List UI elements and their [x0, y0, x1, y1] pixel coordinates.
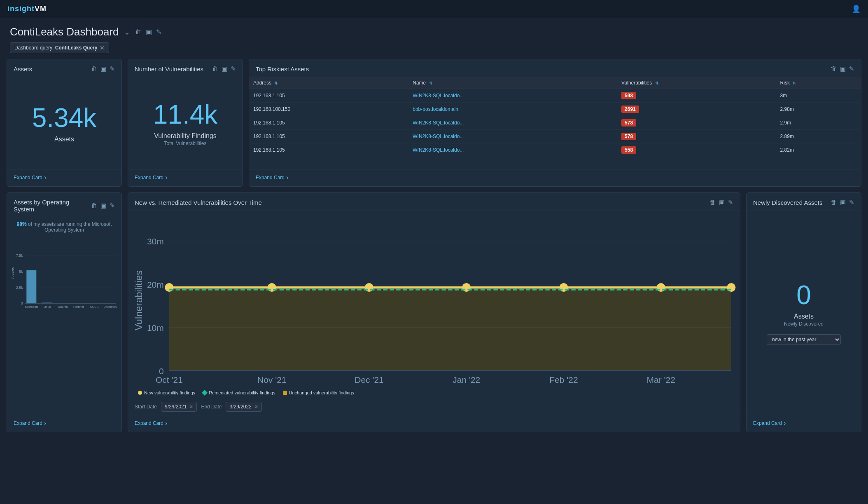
- col-name[interactable]: Name ⇅: [408, 77, 617, 89]
- svg-text:0: 0: [21, 301, 23, 305]
- user-icon[interactable]: 👤: [852, 5, 861, 14]
- start-date-input[interactable]: 9/29/2021 ✕: [161, 402, 197, 412]
- end-date-clear-icon[interactable]: ✕: [254, 404, 258, 410]
- svg-point-29: [365, 283, 373, 292]
- vulns-card-body: 11.4k Vulnerability Findings Total Vulne…: [128, 77, 243, 169]
- row-risk: 3m: [776, 89, 861, 103]
- col-risk[interactable]: Risk ⇅: [776, 77, 861, 89]
- row-name[interactable]: WIN2K8-SQL.localdo...: [408, 89, 617, 103]
- start-date-clear-icon[interactable]: ✕: [189, 404, 193, 410]
- nvr-card: New vs. Remediated Vulnerabilities Over …: [128, 192, 740, 432]
- row-name[interactable]: WIN2K8-SQL.localdo...: [408, 130, 617, 143]
- svg-text:0: 0: [159, 366, 164, 376]
- row-risk: 2.82m: [776, 143, 861, 157]
- page-header: ContiLeaks Dashboard ⌄ 🗑 ▣ ✎: [0, 18, 868, 42]
- newly-discovered-icons: 🗑 ▣ ✎: [831, 199, 854, 206]
- svg-text:Feb '22: Feb '22: [549, 375, 578, 384]
- assets-card-title: Assets: [14, 66, 91, 73]
- svg-text:Vulnerabilities: Vulnerabilities: [133, 270, 144, 331]
- nvr-copy-icon[interactable]: ▣: [719, 199, 725, 206]
- nvr-title: New vs. Remediated Vulnerabilities Over …: [135, 199, 709, 206]
- top-riskiest-copy-icon[interactable]: ▣: [840, 65, 846, 73]
- legend-unchanged: Unchanged vulnerability findings: [283, 390, 354, 395]
- vulns-card-footer: Expand Card: [128, 169, 243, 186]
- row-vulns: 598: [617, 89, 776, 103]
- assets-expand-link[interactable]: Expand Card: [14, 174, 46, 181]
- edit-dashboard-icon[interactable]: ✎: [156, 28, 161, 36]
- assets-by-os-icons: 🗑 ▣ ✎: [91, 202, 115, 209]
- nvr-edit-icon[interactable]: ✎: [728, 199, 733, 206]
- top-riskiest-edit-icon[interactable]: ✎: [849, 65, 854, 73]
- page-title: ContiLeaks Dashboard: [10, 26, 119, 38]
- table-row: 192.168.100.150 bbb-pos.localdomain 2691…: [249, 103, 861, 116]
- vulns-delete-icon[interactable]: 🗑: [212, 65, 218, 73]
- vulns-label: Vulnerability Findings: [154, 132, 216, 140]
- nvr-header: New vs. Remediated Vulnerabilities Over …: [128, 193, 740, 211]
- copy-dashboard-icon[interactable]: ▣: [146, 28, 152, 36]
- legend-remediated-label: Remediated vulnerability findings: [209, 390, 275, 395]
- end-date-input[interactable]: 3/29/2022 ✕: [226, 402, 261, 412]
- col-address[interactable]: Address ⇅: [249, 77, 408, 89]
- vulns-card: Number of Vulnerabilities 🗑 ▣ ✎ 11.4k Vu…: [128, 59, 243, 187]
- svg-text:Jan '22: Jan '22: [453, 375, 480, 384]
- nvr-chart-svg: Vulnerabilities 0 10m 20m 30m: [131, 214, 737, 387]
- top-riskiest-icons: 🗑 ▣ ✎: [831, 65, 854, 73]
- title-chevron-icon[interactable]: ⌄: [124, 28, 130, 37]
- app-logo: insightVM: [7, 5, 47, 13]
- newly-expand-link[interactable]: Expand Card: [753, 420, 786, 427]
- nvr-body: Vulnerabilities 0 10m 20m 30m: [128, 211, 740, 402]
- assets-edit-icon[interactable]: ✎: [110, 65, 115, 73]
- assets-by-os-edit-icon[interactable]: ✎: [110, 202, 115, 209]
- table-row: 192.168.1.105 WIN2K8-SQL.localdo... 598 …: [249, 89, 861, 103]
- assets-by-os-body: 98% of my assets are running the Microso…: [7, 217, 121, 415]
- table-row: 192.168.1.105 WIN2K8-SQL.localdo... 578 …: [249, 116, 861, 130]
- topnav: insightVM 👤: [0, 0, 868, 18]
- assets-copy-icon[interactable]: ▣: [100, 65, 106, 73]
- newly-dropdown-wrapper: new in the past year: [767, 334, 841, 345]
- row-vulns: 578: [617, 130, 776, 143]
- os-pct: 98%: [17, 221, 27, 227]
- svg-text:Dec '21: Dec '21: [355, 375, 384, 384]
- vulns-copy-icon[interactable]: ▣: [222, 65, 227, 73]
- assets-by-os-delete-icon[interactable]: 🗑: [91, 202, 97, 209]
- newly-discovered-header: Newly Discovered Assets 🗑 ▣ ✎: [747, 193, 861, 211]
- top-riskiest-expand-link[interactable]: Expand Card: [256, 174, 288, 181]
- svg-text:Linux: Linux: [43, 305, 51, 309]
- legend-new-label: New vulnerability findings: [144, 390, 195, 395]
- row-vulns: 2691: [617, 103, 776, 116]
- newly-copy-icon[interactable]: ▣: [840, 199, 846, 206]
- top-riskiest-footer: Expand Card: [249, 169, 861, 186]
- row-risk: 2.9m: [776, 116, 861, 130]
- top-riskiest-card: Top Riskiest Assets 🗑 ▣ ✎ Address ⇅ Name…: [249, 59, 861, 187]
- svg-point-33: [727, 283, 735, 292]
- newly-delete-icon[interactable]: 🗑: [831, 199, 837, 206]
- assets-card-footer: Expand Card: [7, 169, 121, 186]
- top-riskiest-header: Top Riskiest Assets 🗑 ▣ ✎: [249, 59, 861, 77]
- newly-sublabel: Newly Discovered: [784, 321, 824, 327]
- legend-new: New vulnerability findings: [138, 390, 195, 395]
- col-vulnerabilities[interactable]: Vulnerabilities ⇅: [617, 77, 776, 89]
- row-name[interactable]: bbb-pos.localdomain: [408, 103, 617, 116]
- delete-dashboard-icon[interactable]: 🗑: [135, 28, 142, 36]
- row-vulns: 558: [617, 143, 776, 157]
- vulns-expand-link[interactable]: Expand Card: [135, 174, 167, 181]
- top-riskiest-body: Address ⇅ Name ⇅ Vulnerabilities ⇅ Risk …: [249, 77, 861, 169]
- svg-text:7.5k: 7.5k: [16, 253, 23, 258]
- newly-edit-icon[interactable]: ✎: [849, 199, 854, 206]
- svg-point-27: [165, 283, 173, 292]
- assets-by-os-expand-link[interactable]: Expand Card: [14, 420, 46, 427]
- newly-time-select[interactable]: new in the past year: [767, 334, 841, 345]
- assets-by-os-copy-icon[interactable]: ▣: [100, 202, 106, 209]
- assets-delete-icon[interactable]: 🗑: [91, 65, 97, 73]
- nvr-expand-link[interactable]: Expand Card: [135, 420, 167, 427]
- row-address: 192.168.1.105: [249, 130, 408, 143]
- top-riskiest-delete-icon[interactable]: 🗑: [831, 65, 837, 73]
- svg-marker-26: [169, 288, 731, 371]
- nvr-delete-icon[interactable]: 🗑: [709, 199, 716, 206]
- vulns-edit-icon[interactable]: ✎: [231, 65, 236, 73]
- row-address: 192.168.1.105: [249, 116, 408, 130]
- assets-card-icons: 🗑 ▣ ✎: [91, 65, 115, 73]
- filter-remove-icon[interactable]: ✕: [100, 45, 105, 51]
- row-name[interactable]: WIN2K8-SQL.localdo...: [408, 116, 617, 130]
- row-name[interactable]: WIN2K8-SQL.localdo...: [408, 143, 617, 157]
